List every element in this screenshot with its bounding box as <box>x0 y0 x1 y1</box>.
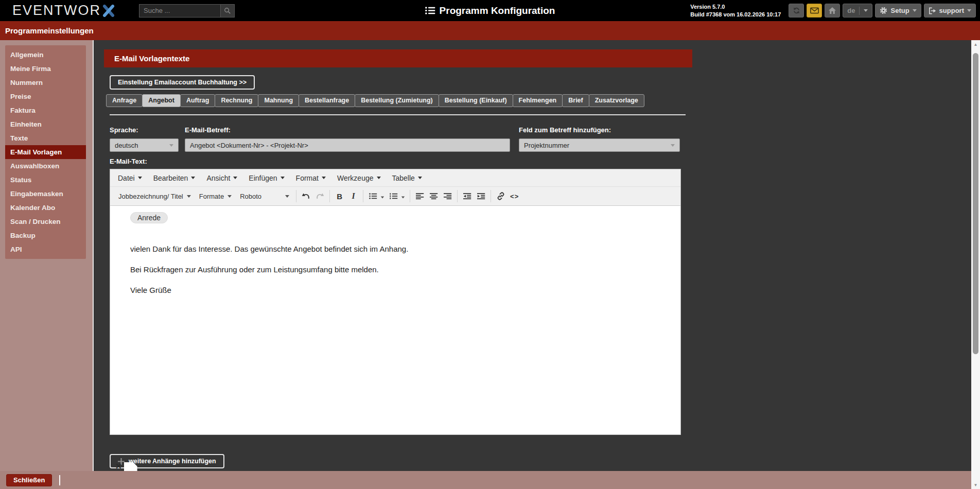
sidebar-item-eingabemasken[interactable]: Eingabemasken <box>5 187 86 201</box>
email-body-label: E-Mail-Text: <box>110 158 971 165</box>
scroll-down-arrow[interactable]: ▼ <box>971 481 980 489</box>
tab-zusatzvorlage[interactable]: Zusatzvorlage <box>589 94 644 107</box>
chevron-down-icon <box>322 177 326 179</box>
list-icon <box>425 6 435 15</box>
sidebar-item-texte[interactable]: Texte <box>5 131 86 145</box>
breadcrumb-bar: Programmeinstellungen <box>0 21 980 40</box>
sidebar-item-email-vorlagen[interactable]: E-Mail Vorlagen <box>5 145 86 159</box>
redo-button[interactable] <box>313 189 327 203</box>
logout-icon <box>929 7 936 14</box>
sidebar-item-kalender-abo[interactable]: Kalender Abo <box>5 201 86 215</box>
tab-auftrag[interactable]: Auftrag <box>180 94 215 107</box>
sidebar-item-api[interactable]: API <box>5 242 86 256</box>
align-center-button[interactable] <box>427 189 441 203</box>
email-account-settings-button[interactable]: Einstellung Emailaccount Buchhaltung >> <box>110 75 255 90</box>
italic-button[interactable]: I <box>346 189 360 203</box>
link-button[interactable] <box>494 189 507 203</box>
toolbar-divider <box>491 190 491 202</box>
tab-bestellung-zumietung[interactable]: Bestellung (Zumietung) <box>355 94 439 107</box>
language-button[interactable]: de <box>843 4 872 18</box>
mail-icon <box>810 7 819 14</box>
undo-icon <box>302 193 310 200</box>
numbered-list-button[interactable] <box>387 189 407 203</box>
menu-bearbeiten[interactable]: Bearbeiten <box>148 169 201 186</box>
formats-dropdown[interactable]: Formate <box>195 193 236 200</box>
version-info: Version 5.7.0 Build #7368 vom 16.02.2026… <box>690 3 781 18</box>
sidebar-item-faktura[interactable]: Faktura <box>5 103 86 117</box>
sidebar-item-nummern[interactable]: Nummern <box>5 76 86 90</box>
home-icon <box>828 7 836 14</box>
sidebar-item-backup[interactable]: Backup <box>5 229 86 242</box>
support-button[interactable]: support <box>924 4 976 18</box>
tab-angebot[interactable]: Angebot <box>142 94 181 107</box>
language-select-value: deutsch <box>115 142 138 149</box>
email-account-settings-label: Einstellung Emailaccount Buchhaltung >> <box>118 79 247 86</box>
menu-label: Format <box>296 174 319 182</box>
remove-attachment-icon[interactable]: ✕ <box>115 462 122 470</box>
indent-button[interactable] <box>474 189 488 203</box>
bullet-list-button[interactable] <box>366 189 387 203</box>
font-dropdown[interactable]: Roboto <box>236 193 293 200</box>
subject-input[interactable] <box>185 138 510 152</box>
panel-header: E-Mail Vorlagentexte <box>104 49 692 67</box>
search-button[interactable] <box>220 4 235 18</box>
tab-bestellung-einkauf[interactable]: Bestellung (Einkauf) <box>439 94 513 107</box>
menu-ansicht[interactable]: Ansicht <box>201 169 243 186</box>
close-button[interactable]: Schließen <box>6 474 52 486</box>
text-cursor <box>59 475 60 485</box>
sidebar-item-meine-firma[interactable]: Meine Firma <box>5 62 86 76</box>
tab-rechnung[interactable]: Rechnung <box>215 94 258 107</box>
chevron-down-icon <box>913 9 917 12</box>
menu-einfuegen[interactable]: Einfügen <box>243 169 290 186</box>
align-left-button[interactable] <box>413 189 427 203</box>
chevron-down-icon <box>169 144 173 147</box>
menu-werkzeuge[interactable]: Werkzeuge <box>331 169 387 186</box>
field-add-select[interactable]: Projektnummer <box>519 138 680 152</box>
toolbar-divider <box>363 190 363 202</box>
home-button[interactable] <box>825 4 840 18</box>
field-add-value: Projektnummer <box>524 142 569 149</box>
menu-label: Bearbeiten <box>153 174 188 182</box>
search-icon <box>224 7 231 14</box>
editor-content[interactable]: Anrede vielen Dank für das Interesse. Da… <box>110 206 680 434</box>
sidebar-item-auswahlboxen[interactable]: Auswahlboxen <box>5 159 86 173</box>
code-button[interactable]: <> <box>507 189 521 203</box>
bold-button[interactable]: B <box>332 189 346 203</box>
tab-brief[interactable]: Brief <box>562 94 589 107</box>
mail-button[interactable] <box>807 4 822 18</box>
menu-format[interactable]: Format <box>290 169 331 186</box>
align-right-button[interactable] <box>441 189 454 203</box>
chevron-down-icon <box>191 177 195 179</box>
tab-bestellanfrage[interactable]: Bestellanfrage <box>299 94 355 107</box>
setup-button[interactable]: Setup <box>875 4 921 18</box>
link-icon <box>497 192 505 200</box>
horizontal-divider <box>110 114 686 115</box>
tab-anfrage[interactable]: Anfrage <box>106 94 143 107</box>
refresh-button[interactable] <box>789 4 804 18</box>
sidebar-item-allgemein[interactable]: Allgemein <box>5 48 86 62</box>
redo-icon <box>316 193 324 200</box>
menu-tabelle[interactable]: Tabelle <box>387 169 428 186</box>
search-input[interactable] <box>139 4 220 18</box>
menu-label: Ansicht <box>206 174 230 182</box>
chevron-down-icon <box>418 177 422 179</box>
sidebar-item-preise[interactable]: Preise <box>5 90 86 103</box>
salutation-chip[interactable]: Anrede <box>130 212 168 223</box>
sidebar-item-einheiten[interactable]: Einheiten <box>5 117 86 131</box>
sidebar-item-scan-drucken[interactable]: Scan / Drucken <box>5 215 86 229</box>
scrollbar-thumb[interactable] <box>973 53 978 354</box>
tab-mahnung[interactable]: Mahnung <box>258 94 299 107</box>
page-title-text: Programm Konfiguration <box>440 5 555 16</box>
scroll-up-arrow[interactable]: ▲ <box>971 40 980 48</box>
tab-fehlmengen[interactable]: Fehlmengen <box>513 94 563 107</box>
outdent-button[interactable] <box>460 189 474 203</box>
chevron-down-icon <box>138 177 142 179</box>
undo-button[interactable] <box>299 189 313 203</box>
language-select[interactable]: deutsch <box>110 138 179 152</box>
gear-icon <box>880 7 887 14</box>
page-scrollbar[interactable]: ▲ ▼ <box>971 40 980 489</box>
sidebar-item-status[interactable]: Status <box>5 173 86 187</box>
style-dropdown[interactable]: Jobbezeichnung/ Titel <box>114 193 195 200</box>
menu-datei[interactable]: Datei <box>112 169 148 186</box>
style-dropdown-value: Jobbezeichnung/ Titel <box>118 193 183 200</box>
